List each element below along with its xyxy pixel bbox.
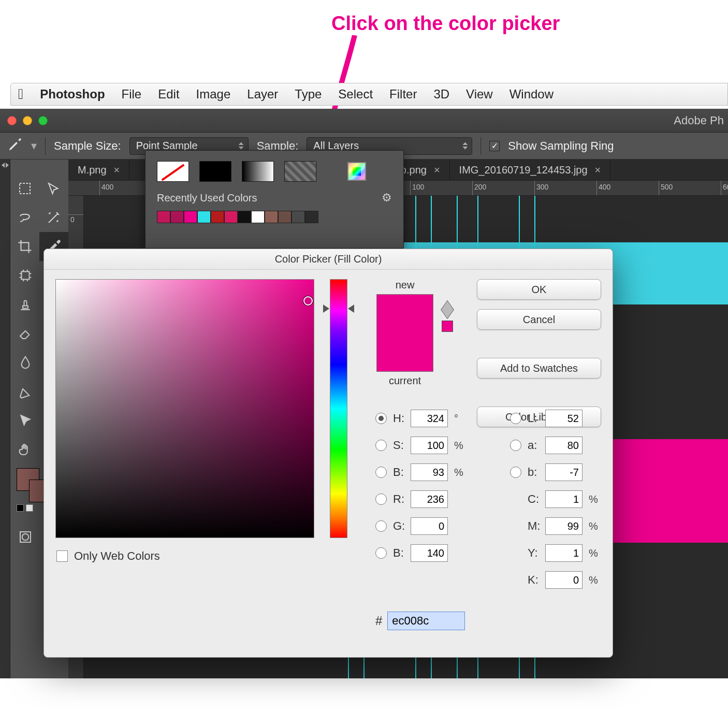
cancel-button[interactable]: Cancel	[477, 309, 601, 330]
marquee-tool-icon[interactable]	[10, 174, 39, 203]
s-input[interactable]	[411, 437, 448, 454]
menu-image[interactable]: Image	[196, 87, 231, 101]
close-tab-icon[interactable]: ×	[434, 164, 440, 176]
svg-point-3	[22, 534, 29, 541]
window-titlebar: Adobe Ph	[0, 109, 728, 133]
close-tab-icon[interactable]: ×	[595, 164, 601, 176]
panel-collapse-stripe[interactable]	[0, 159, 10, 678]
eyedropper-tool-icon[interactable]	[7, 137, 23, 155]
b-lab-input[interactable]	[545, 463, 583, 481]
ruler-label: 100	[412, 183, 424, 191]
recent-color-swatch[interactable]	[197, 211, 211, 223]
hue-pointer-icon[interactable]	[348, 304, 354, 313]
current-color-label: current	[376, 375, 433, 387]
r-radio[interactable]	[375, 493, 387, 505]
s-radio[interactable]	[375, 440, 387, 451]
recent-color-swatch[interactable]	[278, 211, 292, 223]
document-tab[interactable]: M.png×	[68, 159, 129, 180]
recent-color-swatch[interactable]	[184, 211, 197, 223]
a-radio[interactable]	[510, 440, 521, 451]
menu-filter[interactable]: Filter	[389, 87, 417, 101]
b-rgb-input[interactable]	[411, 544, 448, 562]
recent-color-swatch[interactable]	[238, 211, 251, 223]
apple-menu-icon[interactable]: 	[18, 86, 23, 103]
recent-color-swatch[interactable]	[265, 211, 278, 223]
recent-colors-row	[145, 209, 403, 223]
fill-pattern-button[interactable]	[284, 161, 316, 182]
zoom-window-button[interactable]	[38, 116, 48, 125]
b-lab-radio[interactable]	[510, 467, 521, 478]
saturation-value-field[interactable]	[55, 279, 314, 538]
menu-select[interactable]: Select	[338, 87, 373, 101]
hue-slider[interactable]	[330, 279, 347, 538]
document-tab[interactable]: IMG_20160719_124453.jpg×	[450, 159, 611, 180]
svg-rect-1	[22, 272, 30, 280]
add-to-swatches-button[interactable]: Add to Swatches	[477, 358, 601, 379]
b-rgb-radio[interactable]	[375, 547, 387, 559]
h-radio[interactable]	[375, 413, 387, 424]
svg-rect-0	[20, 183, 30, 194]
close-window-button[interactable]	[7, 116, 17, 125]
menu-layer[interactable]: Layer	[247, 87, 278, 101]
l-input[interactable]	[545, 410, 583, 427]
only-web-colors-label: Only Web Colors	[74, 549, 160, 563]
recently-used-colors-label: Recently Used Colors	[157, 192, 257, 204]
menu-window[interactable]: Window	[509, 87, 554, 101]
lasso-tool-icon[interactable]	[10, 203, 39, 232]
ruler-label: 600	[723, 183, 728, 191]
app-name[interactable]: Photoshop	[40, 87, 105, 101]
only-web-colors-checkbox[interactable]	[56, 550, 68, 562]
current-color-swatch[interactable]	[377, 333, 433, 371]
ok-button[interactable]: OK	[477, 279, 601, 300]
menu-3d[interactable]: 3D	[433, 87, 449, 101]
satval-cursor-icon[interactable]	[303, 296, 313, 306]
fill-gradient-button[interactable]	[242, 161, 274, 182]
a-input[interactable]	[545, 437, 583, 454]
menu-view[interactable]: View	[466, 87, 493, 101]
m-input[interactable]	[545, 517, 583, 535]
r-input[interactable]	[411, 490, 448, 508]
show-sampling-ring-checkbox[interactable]: ✓	[489, 141, 500, 151]
fill-solid-button[interactable]	[199, 161, 231, 182]
recent-color-swatch[interactable]	[157, 211, 170, 223]
separator	[481, 137, 481, 155]
panel-menu-gear-icon[interactable]: ⚙	[382, 191, 392, 205]
recent-color-swatch[interactable]	[170, 211, 184, 223]
y-input[interactable]	[545, 544, 583, 562]
recent-color-swatch[interactable]	[305, 211, 318, 223]
ruler-label: 400	[599, 183, 610, 191]
menu-type[interactable]: Type	[295, 87, 322, 101]
g-radio[interactable]	[375, 520, 387, 532]
minimize-window-button[interactable]	[23, 116, 32, 125]
menu-edit[interactable]: Edit	[158, 87, 179, 101]
recent-color-swatch[interactable]	[224, 211, 238, 223]
gamut-warning-icon[interactable]	[441, 300, 454, 320]
new-color-swatch	[377, 295, 433, 333]
color-picker-button[interactable]	[347, 162, 366, 181]
macos-menubar:  Photoshop File Edit Image Layer Type S…	[10, 83, 728, 106]
b-hsv-input[interactable]	[411, 463, 448, 481]
new-color-label: new	[376, 279, 433, 291]
fill-none-button[interactable]	[157, 161, 189, 182]
b-hsv-radio[interactable]	[375, 467, 387, 478]
tool-preset-chevron-icon[interactable]: ▾	[31, 139, 37, 153]
crop-tool-icon[interactable]	[10, 232, 39, 261]
color-preview	[376, 294, 433, 372]
c-input[interactable]	[545, 490, 583, 508]
hex-input[interactable]	[387, 612, 465, 630]
recent-color-swatch[interactable]	[292, 211, 305, 223]
magic-wand-tool-icon[interactable]	[39, 203, 68, 232]
move-tool-icon[interactable]	[39, 174, 68, 203]
websafe-warning-swatch[interactable]	[442, 321, 453, 332]
g-input[interactable]	[411, 517, 448, 535]
only-web-colors[interactable]: Only Web Colors	[56, 549, 160, 563]
hue-pointer-icon[interactable]	[323, 304, 329, 313]
recent-color-swatch[interactable]	[251, 211, 265, 223]
close-tab-icon[interactable]: ×	[114, 164, 120, 176]
k-input[interactable]	[545, 571, 583, 589]
recent-color-swatch[interactable]	[211, 211, 224, 223]
annotation-label: Click on the color picker	[331, 12, 560, 35]
menu-file[interactable]: File	[122, 87, 142, 101]
h-input[interactable]	[411, 410, 448, 427]
l-radio[interactable]	[510, 413, 521, 424]
